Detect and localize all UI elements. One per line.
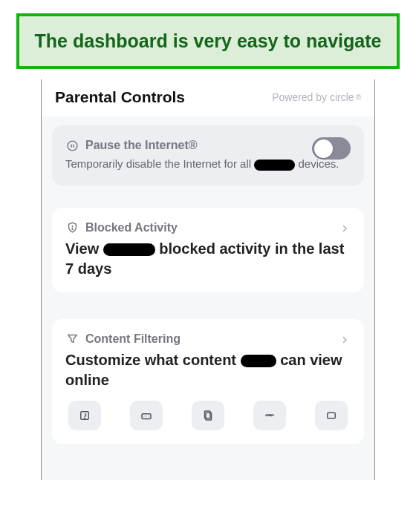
page-title: Parental Controls	[55, 88, 185, 106]
redacted-text	[103, 243, 155, 256]
filtering-card-head: Content Filtering	[65, 332, 351, 346]
pause-toggle[interactable]	[312, 137, 351, 160]
category-btn-4[interactable]	[253, 401, 286, 430]
filtering-title: Content Filtering	[85, 332, 181, 346]
registered-symbol: ®	[356, 93, 361, 102]
pause-internet-card: Pause the Internet® Temporarily disable …	[52, 125, 364, 185]
caption-banner: The dashboard is very easy to navigate	[16, 13, 400, 69]
header: Parental Controls Powered by circle®	[42, 79, 374, 116]
category-btn-2[interactable]	[130, 401, 163, 430]
svg-point-4	[71, 229, 72, 229]
blocked-title: Blocked Activity	[85, 221, 178, 234]
pause-desc-pre: Temporarily disable the Internet for all	[65, 157, 251, 170]
blocked-body-pre: View	[65, 240, 99, 257]
category-btn-1[interactable]	[68, 401, 101, 430]
filter-categories-row	[65, 401, 351, 430]
filtering-body: Customize what content can view online	[65, 350, 351, 390]
blocked-card-head: Blocked Activity	[65, 221, 351, 234]
caption-text: The dashboard is very easy to navigate	[27, 30, 389, 53]
category-btn-5[interactable]	[315, 401, 348, 430]
blocked-body: View blocked activity in the last 7 days	[65, 239, 351, 279]
pause-description: Temporarily disable the Internet for all…	[65, 157, 351, 171]
powered-by-text: Powered by circle	[272, 91, 354, 103]
shield-alert-icon	[65, 221, 79, 234]
blocked-activity-card[interactable]: Blocked Activity View blocked activity i…	[52, 208, 364, 292]
pause-card-head: Pause the Internet®	[65, 139, 351, 152]
svg-rect-13	[328, 413, 336, 418]
svg-point-0	[68, 141, 77, 151]
pause-icon	[65, 139, 79, 152]
filter-icon	[65, 332, 79, 346]
pause-title: Pause the Internet®	[85, 139, 198, 152]
redacted-text	[241, 355, 276, 367]
toggle-knob	[314, 139, 333, 158]
category-btn-3[interactable]	[192, 401, 224, 430]
chevron-right-icon	[339, 332, 351, 349]
app-screen: Parental Controls Powered by circle® Pau…	[41, 79, 375, 480]
powered-by-label: Powered by circle®	[272, 91, 361, 103]
chevron-right-icon	[339, 221, 351, 238]
filtering-body-pre: Customize what content	[65, 352, 236, 368]
svg-point-6	[85, 418, 85, 418]
redacted-text	[254, 160, 295, 171]
content-filtering-card[interactable]: Content Filtering Customize what content…	[52, 319, 364, 444]
